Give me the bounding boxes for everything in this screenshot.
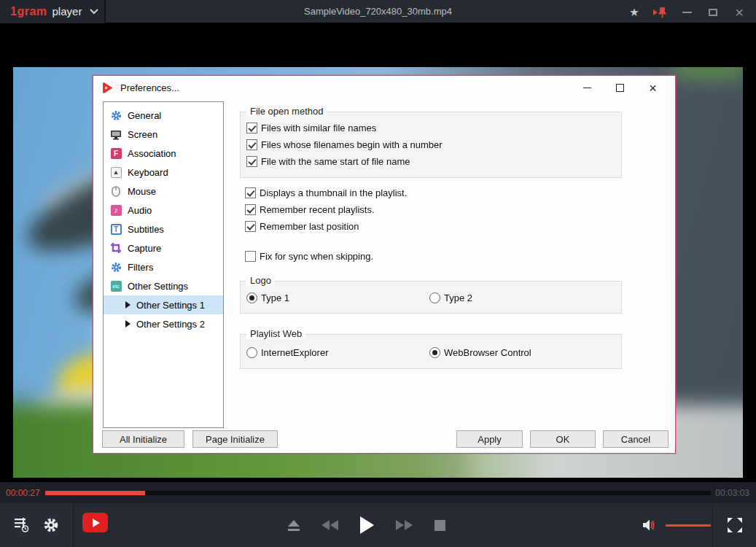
apply-button[interactable]: Apply xyxy=(456,430,523,448)
sidebar-item-association[interactable]: F Association xyxy=(104,144,223,163)
radio-icon xyxy=(246,292,257,303)
checkbox-icon xyxy=(245,251,256,262)
radio-internet-explorer[interactable]: InternetExplorer xyxy=(246,347,329,358)
radio-logo-type-2[interactable]: Type 2 xyxy=(429,292,472,303)
playlist-clock-icon xyxy=(14,518,30,532)
maximize-button[interactable] xyxy=(702,3,724,22)
radio-icon xyxy=(429,292,440,303)
control-bar xyxy=(0,503,756,547)
radio-webbrowser-control[interactable]: WebBrowser Control xyxy=(429,347,531,358)
sidebar-item-capture[interactable]: Capture xyxy=(104,238,223,257)
sidebar-item-label: Capture xyxy=(128,243,161,254)
play-button[interactable] xyxy=(360,516,374,534)
cancel-button[interactable]: Cancel xyxy=(603,430,669,448)
sidebar-item-other-settings-1[interactable]: Other Settings 1 xyxy=(104,295,223,314)
sidebar-item-label: Mouse xyxy=(128,186,156,197)
checkbox-remember-last-position[interactable]: Remember last position xyxy=(245,221,359,232)
gear-icon xyxy=(43,517,59,533)
app-menu-button[interactable]: 1gram player xyxy=(0,0,106,23)
close-icon: × xyxy=(649,82,657,95)
transport-controls xyxy=(288,503,445,547)
radio-logo-type-1[interactable]: Type 1 xyxy=(246,292,289,303)
fullscreen-icon xyxy=(727,517,743,533)
youtube-play-icon xyxy=(93,519,100,527)
checkbox-thumbnail-playlist[interactable]: Displays a thumbnail in the playlist. xyxy=(245,187,407,198)
sidebar-item-general[interactable]: General xyxy=(104,106,223,125)
dialog-controls: × xyxy=(571,76,669,100)
sidebar-item-other-settings[interactable]: etc Other Settings xyxy=(104,276,223,295)
speaker-icon[interactable] xyxy=(642,519,658,532)
close-icon: × xyxy=(735,5,744,20)
sidebar-item-label: Other Settings 1 xyxy=(136,300,205,311)
favorite-button[interactable]: ★ xyxy=(623,3,645,22)
sidebar-item-screen[interactable]: Screen xyxy=(104,125,223,144)
sidebar-item-filters[interactable]: Filters xyxy=(104,257,223,276)
sidebar-item-label: Keyboard xyxy=(128,167,168,178)
youtube-button[interactable] xyxy=(82,513,108,532)
sidebar-item-label: Subtitles xyxy=(128,224,164,235)
subtitles-icon: T xyxy=(110,223,122,235)
group-caption: Logo xyxy=(246,275,275,286)
current-time: 00:00:27 xyxy=(6,488,40,498)
checkbox-fix-sync-skipping[interactable]: Fix for sync when skipping. xyxy=(245,251,373,262)
dialog-maximize-button[interactable] xyxy=(604,76,636,100)
titlebar-controls: ★ × xyxy=(623,0,750,24)
logo-text-1gram: 1gram xyxy=(10,5,47,18)
dialog-minimize-button[interactable] xyxy=(571,76,604,100)
ok-button[interactable]: OK xyxy=(530,430,596,448)
volume-slider[interactable] xyxy=(666,524,711,527)
app-window: 1gram player SampleVideo_720x480_30mb.mp… xyxy=(0,0,756,547)
tree-arrow-icon xyxy=(125,301,130,309)
seek-bar[interactable] xyxy=(45,491,711,495)
checkbox-icon xyxy=(246,156,257,167)
logo-text-player: player xyxy=(52,5,82,18)
checkbox-icon xyxy=(246,139,257,150)
radio-icon xyxy=(429,347,440,358)
seek-bar-fill xyxy=(45,491,145,495)
control-bar-left xyxy=(0,503,74,547)
sidebar-item-audio[interactable]: ♪ Audio xyxy=(104,201,223,220)
checkbox-icon xyxy=(245,204,256,215)
playlist-button[interactable] xyxy=(14,518,30,532)
titlebar: 1gram player SampleVideo_720x480_30mb.mp… xyxy=(0,0,756,24)
minimize-button[interactable] xyxy=(676,3,698,22)
rewind-icon xyxy=(322,520,330,530)
radio-icon xyxy=(246,347,257,358)
video-art-leaf xyxy=(670,67,743,79)
play-icon xyxy=(360,516,374,534)
checkbox-filenames-begin-number[interactable]: Files whose filenames begin with a numbe… xyxy=(246,139,443,150)
sidebar-item-label: Audio xyxy=(128,205,152,216)
always-on-top-button[interactable] xyxy=(650,3,671,22)
volume-zone xyxy=(642,503,711,547)
preferences-dialog: Preferences... × General Screen F Associ… xyxy=(93,75,676,454)
settings-button[interactable] xyxy=(43,517,59,533)
checkbox-similar-file-names[interactable]: Files with similar file names xyxy=(246,123,376,133)
sidebar-item-label: General xyxy=(128,110,161,121)
checkbox-remember-recent-playlists[interactable]: Remember recent playlists. xyxy=(245,204,375,215)
checkbox-icon xyxy=(245,187,256,198)
checkbox-same-start-file-name[interactable]: File with the same start of file name xyxy=(246,156,410,167)
group-caption: Playlist Web xyxy=(246,328,305,339)
stop-button[interactable] xyxy=(434,520,445,531)
close-button[interactable]: × xyxy=(728,3,750,22)
page-initialize-button[interactable]: Page Initialize xyxy=(192,430,278,448)
fullscreen-button[interactable] xyxy=(712,503,756,547)
sidebar-item-keyboard[interactable]: ▲ Keyboard xyxy=(104,163,223,182)
sidebar-item-label: Other Settings xyxy=(128,281,188,292)
fast-forward-button[interactable] xyxy=(396,520,413,530)
all-initialize-button[interactable]: All Initialize xyxy=(102,430,184,448)
sidebar-item-subtitles[interactable]: T Subtitles xyxy=(104,220,223,238)
eject-button[interactable] xyxy=(288,520,300,531)
sidebar-item-mouse[interactable]: Mouse xyxy=(104,182,223,201)
minimize-icon xyxy=(682,12,692,13)
seek-row: 00:00:27 00:03:03 xyxy=(0,482,756,503)
sidebar-item-label: Other Settings 2 xyxy=(136,319,205,330)
app-play-icon xyxy=(102,82,114,94)
dialog-close-button[interactable]: × xyxy=(636,76,669,100)
maximize-icon xyxy=(616,84,624,92)
sidebar-item-other-settings-2[interactable]: Other Settings 2 xyxy=(104,314,223,333)
rewind-button[interactable] xyxy=(322,520,338,530)
dialog-titlebar[interactable]: Preferences... × xyxy=(93,76,675,100)
minimize-icon xyxy=(583,88,591,88)
checkbox-icon xyxy=(246,123,257,133)
